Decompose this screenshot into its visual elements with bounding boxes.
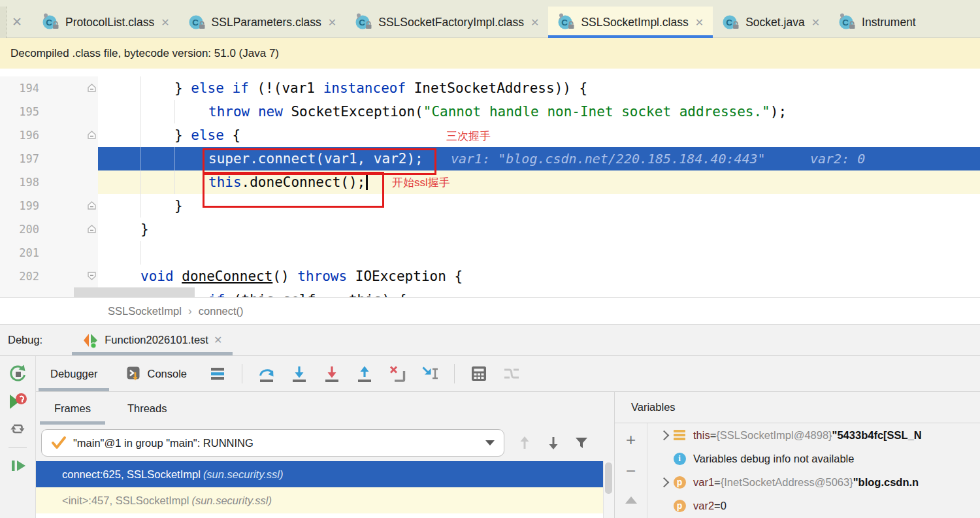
debug-session-tab[interactable]: Function2026101.test ✕ (72, 325, 233, 355)
close-icon[interactable]: ✕ (12, 14, 22, 29)
fold-marker-icon[interactable] (87, 83, 97, 95)
tab-threads[interactable]: Threads (109, 392, 186, 425)
parameter-icon: p (674, 500, 686, 512)
step-out-icon[interactable] (355, 364, 374, 383)
expand-chevron-icon[interactable] (655, 479, 672, 486)
editor-tab-bar: ✕ C ProtocolList.class✕ C SSLParameters.… (0, 0, 980, 38)
tab-console-label: Console (147, 368, 187, 380)
editor-tab-sslsocketimpl-class[interactable]: C SSLSocketImpl.class✕ (548, 7, 713, 38)
gutter: 201 (0, 241, 98, 265)
close-icon[interactable]: ✕ (811, 16, 820, 29)
rerun-icon[interactable] (8, 364, 27, 383)
tab-threads-label: Threads (127, 402, 167, 415)
run-to-cursor-icon[interactable] (421, 364, 439, 383)
remove-watch-button[interactable]: − (626, 462, 636, 479)
layout-settings-icon[interactable] (208, 364, 227, 383)
stack-frame-row[interactable]: connect:625, SSLSocketImpl (sun.security… (36, 461, 604, 487)
editor-tab-socket-java[interactable]: C Socket.java✕ (713, 7, 829, 38)
editor-tab-sslsocketfactoryimpl-class[interactable]: C SSLSocketFactoryImpl.class✕ (346, 7, 548, 38)
add-watch-button[interactable]: + (626, 431, 636, 448)
inline-debugger-hint-var1: var1: "blog.csdn.net/220.185.184.40:443" (451, 147, 766, 170)
code-line-195: 195throw new SocketException("Cannot han… (0, 100, 980, 123)
trace-stream-icon (502, 364, 521, 383)
stack-frame-row[interactable]: <init>:457, SSLSocketImpl (sun.security.… (36, 487, 604, 513)
variables-header-label: Variables (631, 401, 676, 413)
editor-tab-sslparameters-class[interactable]: C SSLParameters.class✕ (179, 7, 346, 38)
line-number: 202 (0, 265, 39, 288)
class-icon: C (41, 12, 60, 32)
tab-console[interactable]: Console (112, 356, 201, 391)
annotation-box-connect (203, 148, 436, 175)
toolbar-divider (8, 447, 27, 448)
tab-label: Socket.java (745, 16, 804, 29)
debug-label: Debug: (8, 334, 42, 346)
debugger-toolbar: Debugger Console (36, 356, 980, 392)
variable-row-var1[interactable]: pvar1 = {InetSocketAddress@5063} "blog.c… (647, 470, 980, 494)
class-icon: C (721, 12, 740, 32)
scroll-up-icon[interactable] (625, 496, 637, 504)
debug-left-toolbar (0, 356, 36, 518)
console-icon (126, 366, 142, 381)
breadcrumb-class[interactable]: SSLSocketImpl (108, 305, 182, 317)
code-text: throw new SocketException("Cannot handle… (98, 100, 980, 123)
decompile-notification-bar: Decompiled .class file, bytecode version… (0, 38, 980, 69)
filter-frames-icon[interactable] (574, 435, 589, 451)
gutter: 197 (0, 147, 98, 170)
expand-chevron-icon[interactable] (655, 432, 672, 439)
breadcrumb-method[interactable]: connect() (199, 305, 244, 317)
tab-label: ProtocolList.class (65, 16, 154, 29)
test-debug-icon (82, 332, 99, 349)
next-frame-icon[interactable] (545, 434, 562, 451)
close-icon[interactable]: ✕ (328, 16, 336, 29)
close-icon[interactable]: ✕ (214, 334, 222, 346)
class-icon: C (187, 12, 206, 32)
close-icon[interactable]: ✕ (161, 16, 169, 29)
code-line-198: 198this.doneConnect(); (0, 170, 980, 194)
force-step-into-icon[interactable] (323, 364, 341, 383)
frames-pane: Frames Threads "main"@1 in group "main":… (36, 392, 614, 518)
frames-scrollbar[interactable] (603, 461, 614, 518)
tab-debugger-label: Debugger (50, 368, 97, 380)
step-over-icon[interactable] (257, 364, 276, 383)
close-icon[interactable]: ✕ (531, 16, 539, 29)
previous-frame-icon[interactable] (516, 434, 533, 451)
editor-tab-instrument[interactable]: C Instrument (829, 7, 925, 38)
resume-program-icon[interactable] (8, 391, 27, 411)
object-icon (674, 430, 685, 440)
variable-row-var2[interactable]: pvar2 = 0 (647, 494, 980, 517)
variable-info-row[interactable]: iVariables debug info not available (647, 447, 980, 470)
tab-frames[interactable]: Frames (36, 392, 109, 425)
code-text (98, 241, 980, 265)
variable-row-this[interactable]: this = {SSLSocketImpl@4898} "5433b4fc[SS… (647, 423, 980, 447)
cycle-arrows-icon[interactable] (8, 419, 27, 438)
line-number: 197 (0, 147, 39, 170)
close-icon[interactable]: ✕ (695, 16, 704, 29)
step-play-icon[interactable] (8, 456, 27, 476)
thread-selector-row: "main"@1 in group "main": RUNNING (36, 425, 614, 461)
thread-selector[interactable]: "main"@1 in group "main": RUNNING (41, 429, 504, 457)
line-number: 201 (0, 241, 39, 265)
frames-tabs: Frames Threads (36, 392, 614, 425)
fold-marker-icon[interactable] (87, 271, 97, 283)
svg-text:C: C (726, 18, 732, 27)
editor-tab-protocollist-class[interactable]: C ProtocolList.class✕ (33, 7, 179, 38)
annotation-box-doneconnect (203, 172, 384, 208)
step-into-icon[interactable] (290, 364, 308, 383)
svg-text:C: C (842, 18, 849, 27)
fold-marker-icon[interactable] (87, 224, 97, 236)
fold-marker-icon[interactable] (87, 130, 97, 142)
code-editor[interactable]: 194} else if (!(var1 instanceof InetSock… (0, 69, 980, 297)
thread-running-check-icon (51, 436, 67, 450)
variables-pane: Variables + − this = {SSLSocketImpl@4898… (614, 392, 980, 518)
code-text: void doneConnect() throws IOException { (98, 265, 980, 288)
variables-side-toolbar: + − (615, 423, 647, 518)
parameter-icon: p (674, 476, 686, 489)
drop-frame-icon[interactable] (388, 364, 406, 383)
clipped-tab-edge (0, 7, 7, 38)
tab-label: SSLSocketFactoryImpl.class (378, 16, 524, 29)
tab-debugger[interactable]: Debugger (36, 356, 112, 391)
editor-tabs: C ProtocolList.class✕ C SSLParameters.cl… (33, 7, 925, 38)
fold-marker-icon[interactable] (87, 201, 97, 213)
code-text: } (98, 218, 980, 241)
evaluate-expression-icon[interactable] (470, 364, 488, 383)
